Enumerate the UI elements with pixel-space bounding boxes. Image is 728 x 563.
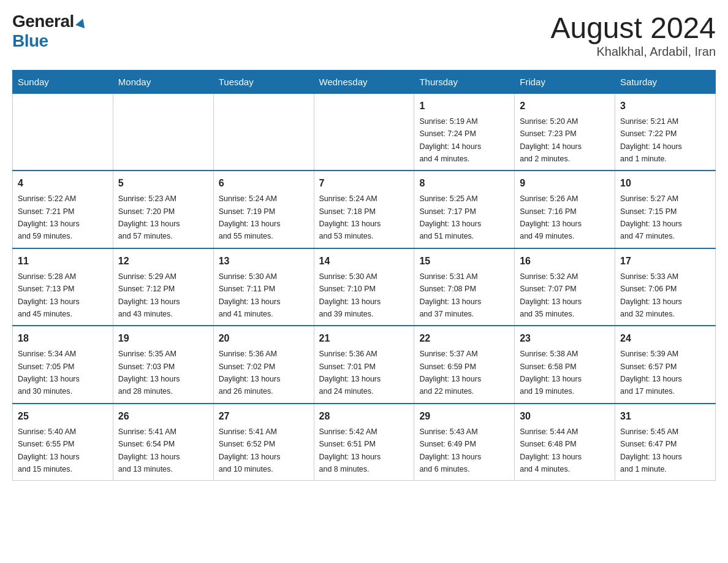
calendar-cell: 20Sunrise: 5:36 AM Sunset: 7:02 PM Dayli… xyxy=(213,326,314,404)
calendar-week-row: 11Sunrise: 5:28 AM Sunset: 7:13 PM Dayli… xyxy=(13,248,716,326)
day-info: Sunrise: 5:30 AM Sunset: 7:11 PM Dayligh… xyxy=(219,272,281,318)
day-number: 21 xyxy=(319,331,409,346)
day-number: 19 xyxy=(118,331,208,346)
calendar-cell: 21Sunrise: 5:36 AM Sunset: 7:01 PM Dayli… xyxy=(314,326,414,404)
day-number: 7 xyxy=(319,176,409,191)
calendar-cell: 3Sunrise: 5:21 AM Sunset: 7:22 PM Daylig… xyxy=(615,93,716,170)
col-saturday: Saturday xyxy=(615,70,716,93)
day-info: Sunrise: 5:45 AM Sunset: 6:47 PM Dayligh… xyxy=(620,427,682,473)
calendar-week-row: 4Sunrise: 5:22 AM Sunset: 7:21 PM Daylig… xyxy=(13,170,716,248)
day-info: Sunrise: 5:30 AM Sunset: 7:10 PM Dayligh… xyxy=(319,272,381,318)
calendar-cell xyxy=(314,93,414,170)
day-number: 18 xyxy=(18,331,108,346)
day-info: Sunrise: 5:29 AM Sunset: 7:12 PM Dayligh… xyxy=(118,272,180,318)
logo-general-text: General xyxy=(12,12,74,31)
day-info: Sunrise: 5:43 AM Sunset: 6:49 PM Dayligh… xyxy=(419,427,481,473)
calendar-week-row: 25Sunrise: 5:40 AM Sunset: 6:55 PM Dayli… xyxy=(13,404,716,481)
calendar-cell: 18Sunrise: 5:34 AM Sunset: 7:05 PM Dayli… xyxy=(13,326,113,404)
calendar-cell xyxy=(113,93,213,170)
calendar-cell: 1Sunrise: 5:19 AM Sunset: 7:24 PM Daylig… xyxy=(414,93,515,170)
col-friday: Friday xyxy=(515,70,615,93)
day-number: 26 xyxy=(118,409,208,424)
calendar-cell: 23Sunrise: 5:38 AM Sunset: 6:58 PM Dayli… xyxy=(515,326,615,404)
calendar-table: Sunday Monday Tuesday Wednesday Thursday… xyxy=(12,70,716,481)
calendar-cell: 9Sunrise: 5:26 AM Sunset: 7:16 PM Daylig… xyxy=(515,170,615,248)
calendar-cell: 11Sunrise: 5:28 AM Sunset: 7:13 PM Dayli… xyxy=(13,248,113,326)
day-info: Sunrise: 5:40 AM Sunset: 6:55 PM Dayligh… xyxy=(18,427,80,473)
calendar-cell: 22Sunrise: 5:37 AM Sunset: 6:59 PM Dayli… xyxy=(414,326,515,404)
day-info: Sunrise: 5:25 AM Sunset: 7:17 PM Dayligh… xyxy=(419,194,481,240)
calendar-cell: 12Sunrise: 5:29 AM Sunset: 7:12 PM Dayli… xyxy=(113,248,213,326)
page-title: August 2024 xyxy=(550,12,716,45)
day-info: Sunrise: 5:37 AM Sunset: 6:59 PM Dayligh… xyxy=(419,350,481,396)
day-info: Sunrise: 5:31 AM Sunset: 7:08 PM Dayligh… xyxy=(419,272,481,318)
day-info: Sunrise: 5:42 AM Sunset: 6:51 PM Dayligh… xyxy=(319,427,381,473)
calendar-cell: 10Sunrise: 5:27 AM Sunset: 7:15 PM Dayli… xyxy=(615,170,716,248)
day-info: Sunrise: 5:24 AM Sunset: 7:18 PM Dayligh… xyxy=(319,194,381,240)
calendar-header-row: Sunday Monday Tuesday Wednesday Thursday… xyxy=(13,70,716,93)
day-info: Sunrise: 5:28 AM Sunset: 7:13 PM Dayligh… xyxy=(18,272,80,318)
logo: General Blue xyxy=(12,12,86,51)
calendar-cell: 24Sunrise: 5:39 AM Sunset: 6:57 PM Dayli… xyxy=(615,326,716,404)
day-number: 30 xyxy=(520,409,610,424)
day-number: 2 xyxy=(520,99,610,113)
calendar-cell: 15Sunrise: 5:31 AM Sunset: 7:08 PM Dayli… xyxy=(414,248,515,326)
day-info: Sunrise: 5:41 AM Sunset: 6:52 PM Dayligh… xyxy=(219,427,281,473)
page-header: General Blue August 2024 Khalkhal, Ardab… xyxy=(12,12,716,59)
day-info: Sunrise: 5:39 AM Sunset: 6:57 PM Dayligh… xyxy=(620,350,682,396)
title-section: August 2024 Khalkhal, Ardabil, Iran xyxy=(550,12,716,59)
calendar-week-row: 18Sunrise: 5:34 AM Sunset: 7:05 PM Dayli… xyxy=(13,326,716,404)
day-number: 17 xyxy=(620,254,710,269)
calendar-cell: 13Sunrise: 5:30 AM Sunset: 7:11 PM Dayli… xyxy=(213,248,314,326)
day-info: Sunrise: 5:32 AM Sunset: 7:07 PM Dayligh… xyxy=(520,272,582,318)
day-info: Sunrise: 5:24 AM Sunset: 7:19 PM Dayligh… xyxy=(219,194,281,240)
calendar-cell: 30Sunrise: 5:44 AM Sunset: 6:48 PM Dayli… xyxy=(515,404,615,481)
day-info: Sunrise: 5:20 AM Sunset: 7:23 PM Dayligh… xyxy=(520,117,582,163)
day-number: 13 xyxy=(219,254,309,269)
day-info: Sunrise: 5:19 AM Sunset: 7:24 PM Dayligh… xyxy=(419,117,481,163)
day-number: 6 xyxy=(219,176,309,191)
day-info: Sunrise: 5:23 AM Sunset: 7:20 PM Dayligh… xyxy=(118,194,180,240)
day-number: 16 xyxy=(520,254,610,269)
calendar-cell: 28Sunrise: 5:42 AM Sunset: 6:51 PM Dayli… xyxy=(314,404,414,481)
calendar-cell: 16Sunrise: 5:32 AM Sunset: 7:07 PM Dayli… xyxy=(515,248,615,326)
day-number: 27 xyxy=(219,409,309,424)
day-number: 9 xyxy=(520,176,610,191)
day-number: 22 xyxy=(419,331,509,346)
col-sunday: Sunday xyxy=(13,70,113,93)
calendar-cell: 8Sunrise: 5:25 AM Sunset: 7:17 PM Daylig… xyxy=(414,170,515,248)
day-number: 1 xyxy=(419,99,509,113)
day-info: Sunrise: 5:38 AM Sunset: 6:58 PM Dayligh… xyxy=(520,350,582,396)
calendar-cell: 19Sunrise: 5:35 AM Sunset: 7:03 PM Dayli… xyxy=(113,326,213,404)
day-number: 10 xyxy=(620,176,710,191)
day-info: Sunrise: 5:41 AM Sunset: 6:54 PM Dayligh… xyxy=(118,427,180,473)
calendar-cell: 29Sunrise: 5:43 AM Sunset: 6:49 PM Dayli… xyxy=(414,404,515,481)
day-number: 28 xyxy=(319,409,409,424)
day-info: Sunrise: 5:26 AM Sunset: 7:16 PM Dayligh… xyxy=(520,194,582,240)
col-wednesday: Wednesday xyxy=(314,70,414,93)
day-number: 25 xyxy=(18,409,108,424)
calendar-cell: 27Sunrise: 5:41 AM Sunset: 6:52 PM Dayli… xyxy=(213,404,314,481)
page-subtitle: Khalkhal, Ardabil, Iran xyxy=(550,45,716,59)
calendar-cell: 5Sunrise: 5:23 AM Sunset: 7:20 PM Daylig… xyxy=(113,170,213,248)
day-number: 15 xyxy=(419,254,509,269)
calendar-cell: 7Sunrise: 5:24 AM Sunset: 7:18 PM Daylig… xyxy=(314,170,414,248)
day-number: 11 xyxy=(18,254,108,269)
day-info: Sunrise: 5:27 AM Sunset: 7:15 PM Dayligh… xyxy=(620,194,682,240)
calendar-cell xyxy=(13,93,113,170)
day-info: Sunrise: 5:36 AM Sunset: 7:02 PM Dayligh… xyxy=(219,350,281,396)
calendar-cell: 14Sunrise: 5:30 AM Sunset: 7:10 PM Dayli… xyxy=(314,248,414,326)
day-number: 29 xyxy=(419,409,509,424)
col-thursday: Thursday xyxy=(414,70,515,93)
calendar-cell xyxy=(213,93,314,170)
day-info: Sunrise: 5:44 AM Sunset: 6:48 PM Dayligh… xyxy=(520,427,582,473)
calendar-cell: 4Sunrise: 5:22 AM Sunset: 7:21 PM Daylig… xyxy=(13,170,113,248)
day-info: Sunrise: 5:34 AM Sunset: 7:05 PM Dayligh… xyxy=(18,350,80,396)
calendar-cell: 2Sunrise: 5:20 AM Sunset: 7:23 PM Daylig… xyxy=(515,93,615,170)
day-info: Sunrise: 5:22 AM Sunset: 7:21 PM Dayligh… xyxy=(18,194,80,240)
col-tuesday: Tuesday xyxy=(213,70,314,93)
calendar-cell: 6Sunrise: 5:24 AM Sunset: 7:19 PM Daylig… xyxy=(213,170,314,248)
day-info: Sunrise: 5:33 AM Sunset: 7:06 PM Dayligh… xyxy=(620,272,682,318)
day-info: Sunrise: 5:36 AM Sunset: 7:01 PM Dayligh… xyxy=(319,350,381,396)
day-info: Sunrise: 5:21 AM Sunset: 7:22 PM Dayligh… xyxy=(620,117,682,163)
